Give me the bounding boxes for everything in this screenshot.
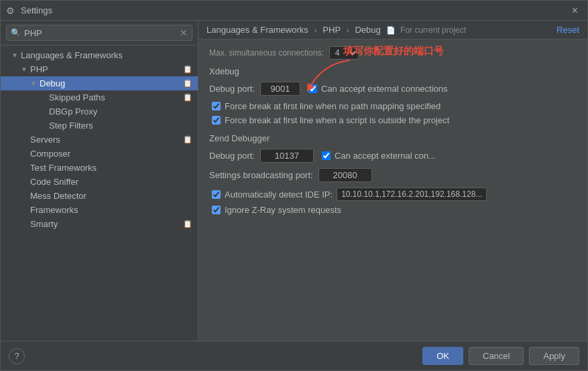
sidebar-item-label: Servers: [30, 135, 180, 145]
breadcrumb-sep: ›: [346, 25, 351, 35]
auto-detect-checkbox[interactable]: [212, 190, 221, 199]
zend-debug-port-row: Debug port: Can accept external con...: [209, 149, 577, 163]
copy-icon: 📋: [183, 220, 192, 228]
broadcasting-port-row: Settings broadcasting port:: [209, 168, 577, 182]
right-panel: Languages & Frameworks › PHP › Debug 📄 F…: [198, 21, 587, 341]
sidebar-item-languages-frameworks[interactable]: ▼ Languages & Frameworks: [1, 48, 198, 62]
ok-button[interactable]: OK: [422, 347, 463, 365]
help-button[interactable]: ?: [9, 348, 25, 364]
window-title: Settings: [21, 5, 568, 15]
breadcrumb-sep: ›: [314, 25, 319, 35]
ignore-zray-label: Ignore Z-Ray system requests: [225, 205, 341, 215]
copy-icon: 📋: [183, 79, 192, 88]
settings-icon: ⚙: [6, 5, 17, 16]
debug-port-label: Debug port:: [209, 84, 255, 94]
sidebar-item-servers[interactable]: Servers 📋: [1, 133, 198, 147]
sidebar-item-frameworks[interactable]: Frameworks: [1, 203, 198, 217]
main-content: 🔍 ✕ ▼ Languages & Frameworks ▼ PHP 📋: [1, 21, 587, 341]
settings-window: ⚙ Settings × 🔍 ✕ ▼ Languages & Framework…: [0, 0, 588, 371]
force-break-outside-row: Force break at first line when a script …: [209, 115, 577, 125]
force-break-outside-checkbox[interactable]: [212, 116, 221, 125]
breadcrumb-part-3: Debug: [355, 25, 380, 35]
copy-icon: 📋: [183, 135, 192, 144]
zend-debug-port-label: Debug port:: [209, 151, 255, 161]
ignore-zray-checkbox[interactable]: [212, 206, 221, 214]
sidebar-item-label: Languages & Frameworks: [21, 50, 192, 60]
sidebar-item-label: Code Sniffer: [30, 177, 192, 187]
sidebar-tree: ▼ Languages & Frameworks ▼ PHP 📋 ▼ Debug…: [1, 46, 198, 341]
max-connections-label: Max. simultaneous connections:: [209, 48, 324, 58]
arrow-annotation-svg: [303, 57, 357, 97]
arrow-icon: ▼: [30, 80, 40, 87]
sidebar-item-test-frameworks[interactable]: Test Frameworks: [1, 161, 198, 175]
breadcrumb-bar: Languages & Frameworks › PHP › Debug 📄 F…: [198, 21, 587, 40]
ignore-zray-row: Ignore Z-Ray system requests: [209, 205, 577, 215]
copy-icon: 📋: [183, 65, 192, 74]
sidebar-item-label: Mess Detector: [30, 191, 192, 201]
sidebar-item-mess-detector[interactable]: Mess Detector: [1, 189, 198, 203]
force-break-outside-label: Force break at first line when a script …: [225, 115, 449, 125]
xdebug-debug-port-input[interactable]: [260, 82, 300, 96]
note-icon: 📄: [386, 26, 396, 34]
search-icon: 🔍: [11, 28, 21, 38]
breadcrumb-part-1: Languages & Frameworks: [207, 25, 308, 35]
sidebar-item-label: Composer: [30, 149, 192, 159]
settings-content: Max. simultaneous connections: 4 8 16 Xd…: [198, 40, 587, 341]
sidebar-item-label: Test Frameworks: [30, 163, 192, 173]
arrow-icon: ▼: [11, 52, 21, 59]
search-input[interactable]: [24, 28, 180, 38]
zend-debug-port-input[interactable]: [260, 149, 314, 163]
sidebar-item-label: Frameworks: [30, 205, 192, 215]
breadcrumb-part-2: PHP: [322, 25, 341, 35]
zend-can-accept-row: Can accept external con...: [322, 151, 436, 161]
search-input-wrapper: 🔍 ✕: [6, 25, 192, 41]
apply-button[interactable]: Apply: [529, 347, 579, 365]
debug-port-row-container: 填写你配置好的端口号 Debug po: [209, 82, 577, 96]
sidebar-item-dbgp-proxy[interactable]: DBGp Proxy: [1, 104, 198, 119]
sidebar-item-skipped-paths[interactable]: Skipped Paths 📋: [1, 90, 198, 104]
zend-can-accept-label: Can accept external con...: [335, 151, 436, 161]
breadcrumb-note: 📄 For current project: [386, 25, 466, 35]
sidebar-item-label: DBGp Proxy: [49, 106, 192, 117]
footer: ? OK Cancel Apply: [1, 341, 587, 370]
copy-icon: 📋: [183, 93, 192, 102]
sidebar-item-label: Debug: [40, 78, 180, 88]
auto-detect-row: Automatically detect IDE IP: 10.10.10.1,…: [209, 188, 577, 201]
search-clear-button[interactable]: ✕: [180, 27, 188, 38]
sidebar-item-code-sniffer[interactable]: Code Sniffer: [1, 175, 198, 189]
sidebar-item-step-filters[interactable]: Step Filters: [1, 119, 198, 133]
sidebar-item-label: Skipped Paths: [49, 92, 180, 102]
sidebar-item-label: Smarty: [30, 219, 180, 229]
broadcasting-port-input[interactable]: [318, 168, 372, 182]
title-bar: ⚙ Settings ×: [1, 1, 587, 21]
force-break-row: Force break at first line when no path m…: [209, 101, 577, 111]
xdebug-section: Xdebug 填写你配置好的端口号: [209, 66, 577, 125]
breadcrumb-note-text: For current project: [400, 25, 466, 35]
force-break-checkbox[interactable]: [212, 102, 221, 110]
sidebar-item-composer[interactable]: Composer: [1, 147, 198, 161]
force-break-label: Force break at first line when no path m…: [225, 101, 440, 111]
debug-port-row: Debug port: Can accept external connecti…: [209, 82, 577, 96]
zend-can-accept-checkbox[interactable]: [322, 151, 331, 160]
sidebar: 🔍 ✕ ▼ Languages & Frameworks ▼ PHP 📋: [1, 21, 198, 341]
cancel-button[interactable]: Cancel: [469, 347, 524, 365]
search-box: 🔍 ✕: [1, 21, 198, 46]
sidebar-item-label: PHP: [30, 64, 180, 74]
auto-detect-label: Automatically detect IDE IP:: [225, 190, 333, 200]
sidebar-item-debug[interactable]: ▼ Debug 📋: [1, 76, 198, 90]
breadcrumb: Languages & Frameworks › PHP › Debug: [207, 25, 381, 35]
arrow-icon: ▼: [21, 66, 30, 73]
zend-section-label: Zend Debugger: [209, 133, 577, 143]
close-button[interactable]: ×: [568, 4, 582, 17]
reset-button[interactable]: Reset: [556, 25, 579, 35]
sidebar-item-php[interactable]: ▼ PHP 📋: [1, 62, 198, 76]
annotation-text: 填写你配置好的端口号: [343, 45, 444, 56]
help-icon: ?: [14, 351, 19, 361]
sidebar-item-label: Step Filters: [49, 121, 192, 131]
broadcasting-port-label: Settings broadcasting port:: [209, 170, 313, 180]
zend-section: Zend Debugger Debug port: Can accept ext…: [209, 133, 577, 215]
sidebar-item-smarty[interactable]: Smarty 📋: [1, 217, 198, 231]
annotation: 填写你配置好的端口号: [343, 45, 444, 58]
ip-value: 10.10.10.1,172.16.2.201,192.168.128...: [337, 188, 487, 201]
xdebug-section-label: Xdebug: [209, 66, 577, 76]
